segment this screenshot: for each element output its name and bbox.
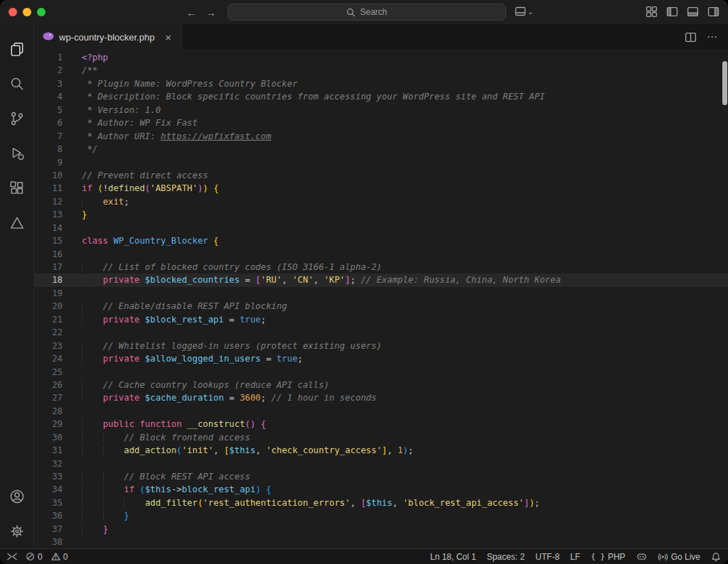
warnings-count: 0	[63, 552, 68, 562]
code-line[interactable]: 3 * Plugin Name: WordPress Country Block…	[34, 77, 728, 90]
cursor-position[interactable]: Ln 18, Col 1	[430, 552, 476, 562]
split-editor-icon[interactable]	[685, 31, 697, 43]
code-line[interactable]: 14	[34, 222, 728, 234]
line-number: 25	[34, 366, 63, 379]
close-window-button[interactable]	[9, 8, 17, 16]
customize-layout-icon[interactable]	[646, 6, 658, 18]
line-number: 22	[34, 326, 63, 339]
code-line[interactable]: 12 exit;	[34, 195, 728, 208]
code-line[interactable]: 6 * Author: WP Fix Fast	[34, 116, 728, 129]
tab-wp-country-blocker[interactable]: wp-country-blocker.php ×	[34, 24, 182, 50]
code-line[interactable]: 28	[34, 405, 728, 418]
line-number: 15	[34, 234, 63, 247]
line-number: 29	[34, 418, 63, 430]
line-number: 26	[34, 379, 63, 391]
code-line[interactable]: 2/**	[34, 64, 728, 77]
line-number: 32	[34, 457, 63, 470]
go-live-button[interactable]: Go Live	[658, 552, 700, 562]
code-line[interactable]: 30 // Block frontend access	[34, 431, 728, 444]
code-line[interactable]: 1<?php	[34, 51, 728, 64]
warning-icon	[51, 552, 60, 561]
line-number: 36	[34, 509, 63, 522]
extensions-icon	[9, 180, 25, 196]
language-label: PHP	[608, 552, 626, 562]
toggle-secondary-sidebar-icon[interactable]	[707, 6, 719, 18]
code-editor[interactable]: 1<?php2/**3 * Plugin Name: WordPress Cou…	[34, 50, 728, 548]
vscode-window: ← → Search ⌄	[0, 0, 728, 564]
line-number: 5	[34, 104, 63, 116]
eol-setting[interactable]: LF	[570, 552, 580, 562]
sidebar-item-source-control[interactable]	[0, 101, 34, 136]
code-line[interactable]: 22	[34, 326, 728, 339]
code-line[interactable]: 27 private $cache_duration = 3600; // 1 …	[34, 391, 728, 404]
source-control-icon	[9, 111, 25, 126]
line-number: 4	[34, 90, 63, 103]
code-line[interactable]: 10// Prevent direct access	[34, 169, 728, 182]
line-number: 8	[34, 143, 63, 156]
code-line[interactable]: 15class WP_Country_Blocker {	[34, 234, 728, 247]
tab-bar: wp-country-blocker.php × ⋯	[34, 24, 728, 50]
sidebar-item-extension-custom[interactable]	[0, 205, 34, 240]
code-line[interactable]: 33 // Block REST API access	[34, 470, 728, 483]
scrollbar-thumb[interactable]	[722, 61, 727, 105]
remote-indicator[interactable]	[7, 552, 17, 561]
line-number: 13	[34, 208, 63, 221]
code-line[interactable]: 36 }	[34, 509, 728, 522]
code-line[interactable]: 29 public function __construct() {	[34, 418, 728, 430]
language-mode[interactable]: { } PHP	[591, 552, 626, 562]
editor-layout-dropdown[interactable]: ⌄	[515, 6, 533, 17]
code-line[interactable]: 11if (!defined('ABSPATH')) {	[34, 182, 728, 195]
line-number: 28	[34, 405, 63, 418]
code-line[interactable]: 35 add_filter('rest_authentication_error…	[34, 497, 728, 509]
code-line[interactable]: 7 * Author URI: https://wpfixfast.com	[34, 130, 728, 143]
code-line[interactable]: 26 // Cache country lookups (reduce API …	[34, 379, 728, 391]
indentation-setting[interactable]: Spaces: 2	[487, 552, 525, 562]
code-line[interactable]: 20 // Enable/disable REST API blocking	[34, 300, 728, 313]
minimize-window-button[interactable]	[23, 8, 31, 16]
zoom-window-button[interactable]	[37, 8, 46, 16]
sidebar-item-extensions[interactable]	[0, 170, 34, 205]
code-line[interactable]: 5 * Version: 1.0	[34, 104, 728, 116]
more-actions-icon[interactable]: ⋯	[707, 31, 718, 43]
triangle-icon	[9, 215, 25, 231]
explorer-icon	[9, 41, 25, 57]
code-line[interactable]: 23 // Whitelist logged-in users (protect…	[34, 340, 728, 352]
code-line[interactable]: 38	[34, 536, 728, 548]
code-line[interactable]: 37 }	[34, 523, 728, 536]
code-text: add_action('init', [$this, 'check_countr…	[82, 444, 414, 457]
code-line[interactable]: 9	[34, 156, 728, 169]
code-line[interactable]: 25	[34, 366, 728, 379]
code-line[interactable]: 8 */	[34, 143, 728, 156]
code-line[interactable]: 18 private $blocked_countries = ['RU', '…	[34, 273, 728, 286]
notifications-bell-icon[interactable]	[711, 552, 721, 562]
encoding-setting[interactable]: UTF-8	[535, 552, 560, 562]
code-line[interactable]: 21 private $block_rest_api = true;	[34, 313, 728, 326]
code-line[interactable]: 13}	[34, 208, 728, 221]
line-number: 10	[34, 169, 63, 182]
toggle-panel-icon[interactable]	[687, 6, 699, 18]
code-line[interactable]: 4 * Description: Block specific countrie…	[34, 90, 728, 103]
settings-button[interactable]	[0, 514, 34, 548]
errors-indicator[interactable]: 0	[26, 552, 43, 562]
close-tab-icon[interactable]: ×	[162, 31, 174, 43]
code-line[interactable]: 16	[34, 248, 728, 261]
code-line[interactable]: 34 if ($this->block_rest_api) {	[34, 483, 728, 496]
code-line[interactable]: 24 private $allow_logged_in_users = true…	[34, 352, 728, 365]
code-line[interactable]: 17 // List of blocked country codes (ISO…	[34, 261, 728, 273]
chevron-down-icon: ⌄	[528, 8, 533, 16]
code-line[interactable]: 31 add_action('init', [$this, 'check_cou…	[34, 444, 728, 457]
copilot-icon[interactable]	[636, 552, 647, 561]
sidebar-item-search[interactable]	[0, 66, 34, 101]
sidebar-item-run-debug[interactable]	[0, 136, 34, 170]
code-text: private $cache_duration = 3600; // 1 hou…	[82, 391, 377, 404]
account-button[interactable]	[0, 479, 34, 514]
search-input[interactable]: Search	[228, 4, 506, 21]
back-icon[interactable]: ←	[186, 6, 197, 18]
code-line[interactable]: 19	[34, 287, 728, 300]
forward-icon[interactable]: →	[205, 6, 216, 18]
warnings-indicator[interactable]: 0	[51, 552, 68, 562]
sidebar-item-explorer[interactable]	[0, 31, 34, 66]
toggle-sidebar-icon[interactable]	[666, 6, 678, 18]
code-line[interactable]: 32	[34, 457, 728, 470]
code-text: <?php	[82, 51, 108, 64]
